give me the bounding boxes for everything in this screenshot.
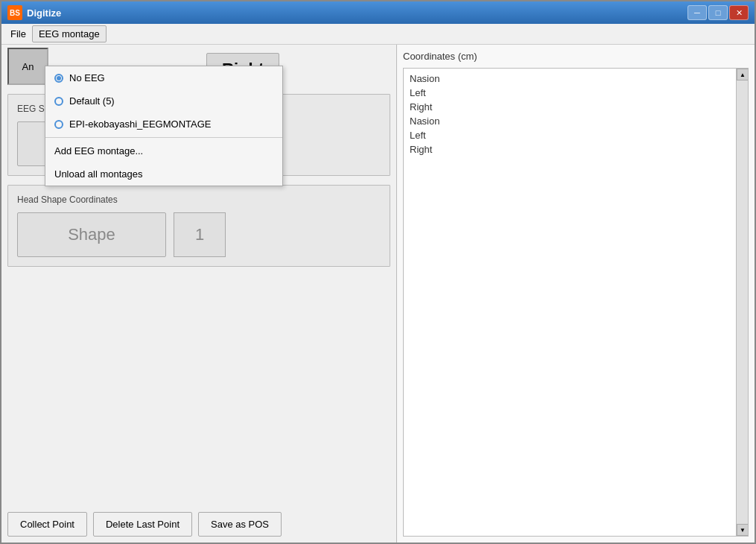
- dropdown-item-default5[interactable]: Default (5): [45, 89, 282, 113]
- scrollbar-up-button[interactable]: ▲: [737, 69, 749, 80]
- scrollbar: ▲ ▼: [736, 69, 748, 536]
- coord-item-right-1: Right: [407, 100, 731, 114]
- radio-epi: [54, 120, 63, 129]
- shape-section-title: Head Shape Coordinates: [17, 194, 381, 205]
- epi-label: EPI-ekobayashi_EEGMONTAGE: [69, 118, 212, 130]
- app-icon: BS: [7, 5, 22, 20]
- coord-item-nasion-1: Nasion: [407, 72, 731, 86]
- shape-sensor-row: Shape 1: [17, 212, 381, 257]
- title-bar: BS Digitize ─ □ ✕: [1, 1, 755, 24]
- dropdown-item-unload-montages[interactable]: Unload all montages: [45, 162, 282, 186]
- radio-default5: [54, 97, 63, 106]
- dropdown-separator: [45, 137, 282, 138]
- shape-button[interactable]: Shape: [17, 212, 166, 257]
- left-panel: No EEG Default (5) EPI-ekobayashi_EEGMON…: [1, 45, 396, 543]
- radio-no-eeg: [54, 74, 63, 83]
- coord-item-nasion-2: Nasion: [407, 114, 731, 128]
- main-content: No EEG Default (5) EPI-ekobayashi_EEGMON…: [1, 45, 755, 543]
- an-area: An: [7, 48, 48, 85]
- dropdown-item-add-montage[interactable]: Add EEG montage...: [45, 139, 282, 162]
- window-title: Digitize: [27, 7, 61, 19]
- scrollbar-down-button[interactable]: ▼: [737, 524, 749, 536]
- dropdown-item-no-eeg[interactable]: No EEG: [45, 66, 282, 89]
- bottom-buttons: Collect Point Delete Last Point Save as …: [7, 505, 390, 537]
- shape-number-box: 1: [174, 212, 226, 257]
- coord-item-left-1: Left: [407, 86, 731, 100]
- unload-montages-label: Unload all montages: [54, 168, 143, 180]
- coordinates-list: Nasion Left Right Nasion Left Right ▲ ▼: [403, 68, 749, 537]
- menu-bar: File EEG montage: [1, 24, 755, 45]
- maximize-button[interactable]: □: [708, 5, 728, 20]
- title-bar-controls: ─ □ ✕: [687, 5, 749, 20]
- close-button[interactable]: ✕: [729, 5, 749, 20]
- default5-label: Default (5): [69, 95, 115, 107]
- scrollbar-track: [737, 80, 748, 524]
- menu-eeg-montage[interactable]: EEG montage: [32, 25, 107, 42]
- main-window: BS Digitize ─ □ ✕ File EEG montage No EE…: [0, 0, 756, 544]
- coord-item-right-2: Right: [407, 142, 731, 156]
- right-panel: Coordinates (cm) Nasion Left Right Nasio…: [396, 45, 755, 543]
- eeg-montage-dropdown: No EEG Default (5) EPI-ekobayashi_EEGMON…: [45, 66, 283, 186]
- menu-file[interactable]: File: [4, 26, 32, 42]
- collect-point-button[interactable]: Collect Point: [7, 512, 87, 537]
- delete-last-point-button[interactable]: Delete Last Point: [93, 512, 192, 537]
- head-shape-section: Head Shape Coordinates Shape 1: [7, 185, 390, 267]
- dropdown-item-epi[interactable]: EPI-ekobayashi_EEGMONTAGE: [45, 113, 282, 136]
- title-bar-left: BS Digitize: [7, 5, 61, 20]
- add-montage-label: Add EEG montage...: [54, 145, 143, 156]
- minimize-button[interactable]: ─: [687, 5, 707, 20]
- coord-item-left-2: Left: [407, 128, 731, 142]
- save-as-pos-button[interactable]: Save as POS: [198, 512, 282, 537]
- an-label: An: [22, 61, 34, 72]
- no-eeg-label: No EEG: [69, 72, 105, 83]
- coordinates-title: Coordinates (cm): [403, 51, 749, 62]
